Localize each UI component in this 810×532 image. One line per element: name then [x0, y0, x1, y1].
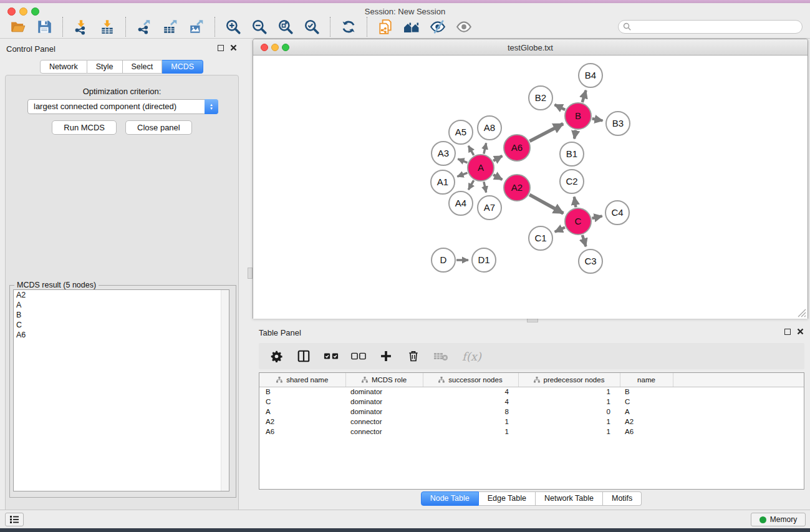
tab-style[interactable]: Style [87, 60, 123, 74]
mcds-result-list[interactable]: A2ABCA6 [13, 289, 229, 491]
cell-successor-nodes[interactable]: 1 [423, 417, 518, 427]
save-icon[interactable] [36, 18, 53, 36]
tab-network[interactable]: Network [40, 60, 87, 74]
cell-name[interactable]: B [620, 387, 673, 397]
column-header-predecessor-nodes[interactable]: predecessor nodes [518, 373, 620, 387]
delete-table-icon[interactable] [433, 349, 448, 364]
graph-edge-A-A4[interactable] [468, 180, 474, 190]
mcds-result-item[interactable]: C [14, 320, 229, 330]
horizontal-splitter-handle[interactable] [527, 318, 538, 322]
close-panel-button[interactable]: Close panel [125, 120, 192, 135]
cell-name[interactable]: A2 [620, 417, 673, 427]
close-panel-icon[interactable] [230, 44, 237, 51]
mcds-result-item[interactable]: B [14, 310, 229, 320]
graph-edge-C-C3[interactable] [582, 235, 586, 246]
cell-successor-nodes[interactable]: 1 [423, 427, 518, 437]
cell-name[interactable]: C [620, 397, 673, 407]
cell-shared-name[interactable]: A6 [259, 427, 345, 437]
cell-predecessor-nodes[interactable]: 1 [518, 427, 620, 437]
network-window-titlebar[interactable]: testGlobe.txt [253, 39, 808, 56]
cell-successor-nodes[interactable]: 4 [423, 397, 518, 407]
graph-edge-B-B2[interactable] [555, 105, 566, 110]
graph-edge-A-A8[interactable] [484, 143, 486, 153]
graph-edge-A6-B[interactable] [529, 123, 563, 141]
column-header-successor-nodes[interactable]: successor nodes [423, 373, 518, 387]
table-row[interactable]: Cdominator41C [259, 397, 804, 407]
cell-predecessor-nodes[interactable]: 0 [518, 407, 620, 417]
mcds-result-item[interactable]: A2 [14, 290, 229, 300]
search-input[interactable] [618, 20, 803, 34]
cell-shared-name[interactable]: C [259, 397, 345, 407]
float-panel-icon[interactable] [784, 329, 791, 335]
tab-edge-table[interactable]: Edge Table [479, 491, 536, 506]
scrollbar-track[interactable] [221, 290, 229, 491]
criterion-select[interactable]: largest connected component (directed) ▲… [27, 99, 218, 114]
function-builder-icon[interactable]: f(x) [462, 350, 481, 363]
cell-MCDS-role[interactable]: connector [345, 427, 423, 437]
network-canvas[interactable]: B4B2BB3A5A8A6B1A3AA1A2C2A4A7C4CC1C3DD1 [253, 56, 808, 319]
zoom-out-icon[interactable] [251, 18, 268, 36]
table-row[interactable]: Bdominator41B [259, 387, 804, 397]
cell-successor-nodes[interactable]: 8 [423, 407, 518, 417]
graph-edge-A-A6[interactable] [493, 156, 502, 161]
graph-edge-C-C2[interactable] [574, 197, 576, 208]
graph-edge-C-C4[interactable] [592, 216, 602, 218]
cell-predecessor-nodes[interactable]: 1 [518, 387, 620, 397]
import-table-icon[interactable] [99, 18, 116, 36]
column-header-shared-name[interactable]: shared name [259, 373, 345, 387]
home-icon[interactable] [403, 18, 420, 36]
column-header-name[interactable]: name [620, 373, 673, 387]
cell-MCDS-role[interactable]: dominator [345, 387, 423, 397]
import-network-icon[interactable] [72, 18, 90, 36]
settings-gear-icon[interactable] [269, 349, 284, 364]
cell-predecessor-nodes[interactable]: 1 [518, 417, 620, 427]
graph-edge-A-A2[interactable] [493, 175, 502, 180]
add-column-icon[interactable] [378, 349, 393, 364]
table-row[interactable]: A2connector11A2 [259, 417, 804, 427]
graph-edge-B-B1[interactable] [574, 130, 576, 139]
graph-edge-A2-C[interactable] [529, 195, 563, 213]
delete-column-icon[interactable] [406, 349, 421, 364]
mcds-result-item[interactable]: A [14, 300, 229, 310]
table-row[interactable]: A6connector11A6 [259, 427, 804, 437]
tab-network-table[interactable]: Network Table [536, 491, 603, 506]
cell-predecessor-nodes[interactable]: 1 [518, 397, 620, 407]
tab-node-table[interactable]: Node Table [421, 491, 479, 506]
cell-successor-nodes[interactable]: 4 [423, 387, 518, 397]
cell-shared-name[interactable]: B [259, 387, 345, 397]
run-mcds-button[interactable]: Run MCDS [52, 120, 117, 135]
cell-name[interactable]: A [620, 407, 673, 417]
cell-MCDS-role[interactable]: connector [345, 417, 423, 427]
column-header-MCDS-role[interactable]: MCDS role [345, 373, 423, 387]
close-panel-icon[interactable] [797, 328, 804, 335]
graph-edge-B-B4[interactable] [582, 90, 586, 102]
unselect-all-columns-icon[interactable] [351, 349, 366, 364]
graph-edge-A-A1[interactable] [457, 173, 467, 177]
cell-MCDS-role[interactable]: dominator [345, 397, 423, 407]
resize-grip-icon[interactable] [798, 309, 806, 317]
graph-edge-B-B3[interactable] [592, 118, 603, 120]
vertical-splitter-handle[interactable] [248, 268, 253, 279]
memory-button[interactable]: Memory [751, 513, 806, 526]
export-network-icon[interactable] [135, 18, 153, 36]
tab-select[interactable]: Select [123, 60, 163, 74]
cell-shared-name[interactable]: A2 [259, 417, 345, 427]
show-eye-icon[interactable] [455, 18, 473, 36]
table-row[interactable]: Adominator80A [259, 407, 804, 417]
zoom-selected-icon[interactable] [303, 18, 321, 36]
graph-edge-A-A5[interactable] [468, 146, 474, 155]
graph-edge-A-A3[interactable] [458, 159, 467, 163]
cell-name[interactable]: A6 [620, 427, 673, 437]
zoom-fit-icon[interactable] [277, 18, 294, 36]
export-table-icon[interactable] [162, 18, 179, 36]
tab-motifs[interactable]: Motifs [603, 491, 642, 506]
open-file-icon[interactable] [9, 18, 27, 36]
show-tasks-button[interactable] [5, 513, 24, 526]
refresh-icon[interactable] [340, 18, 357, 36]
select-all-columns-icon[interactable] [324, 349, 339, 364]
cell-shared-name[interactable]: A [259, 407, 345, 417]
tab-mcds[interactable]: MCDS [162, 60, 203, 74]
hide-eye-icon[interactable] [429, 18, 446, 36]
zoom-in-icon[interactable] [224, 18, 242, 36]
graph-edge-A-A7[interactable] [484, 181, 486, 192]
